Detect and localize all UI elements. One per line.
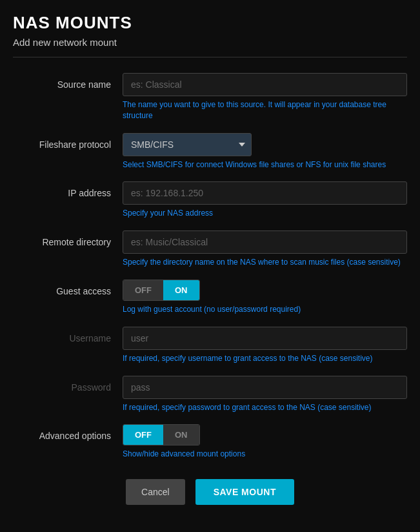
fileshare-protocol-wrapper: SMB/CIFS NFS [123, 133, 252, 156]
ip-address-content: Specify your NAS address [123, 181, 407, 219]
password-label: Password [13, 376, 123, 393]
remote-directory-content: Specify the directory name on the NAS wh… [123, 230, 407, 268]
remote-directory-input[interactable] [123, 230, 407, 254]
remote-directory-label: Remote directory [13, 230, 123, 247]
ip-address-row: IP address Specify your NAS address [13, 181, 407, 219]
advanced-options-hint: Show/hide advanced mount options [123, 449, 407, 460]
advanced-options-toggle: OFF ON [123, 424, 200, 445]
advanced-options-row: Advanced options OFF ON Show/hide advanc… [13, 424, 407, 460]
guest-access-on-button[interactable]: ON [163, 280, 199, 300]
password-hint: If required, specify password to grant a… [123, 402, 407, 413]
guest-access-hint: Log with guest account (no user/password… [123, 304, 407, 315]
username-content: If required, specify username to grant a… [123, 327, 407, 364]
advanced-options-on-button[interactable]: ON [163, 425, 199, 445]
source-name-label: Source name [13, 73, 123, 90]
cancel-button[interactable]: Cancel [126, 479, 185, 505]
guest-access-row: Guest access OFF ON Log with guest accou… [13, 280, 407, 315]
guest-access-content: OFF ON Log with guest account (no user/p… [123, 280, 407, 315]
source-name-content: The name you want to give to this source… [123, 73, 407, 121]
save-mount-button[interactable]: SAVE MOUNT [195, 479, 294, 505]
username-label: Username [13, 327, 123, 343]
guest-access-toggle: OFF ON [123, 280, 200, 301]
source-name-row: Source name The name you want to give to… [13, 73, 407, 121]
username-input[interactable] [123, 327, 407, 350]
ip-address-hint: Specify your NAS address [123, 208, 407, 219]
remote-directory-row: Remote directory Specify the directory n… [13, 230, 407, 268]
guest-access-label: Guest access [13, 280, 123, 296]
source-name-hint: The name you want to give to this source… [123, 99, 407, 121]
password-row: Password If required, specify password t… [13, 376, 407, 413]
username-hint: If required, specify username to grant a… [123, 353, 407, 364]
guest-access-off-button[interactable]: OFF [123, 280, 163, 300]
source-name-input[interactable] [123, 73, 407, 96]
password-input[interactable] [123, 376, 407, 399]
advanced-options-label: Advanced options [13, 424, 123, 441]
password-content: If required, specify password to grant a… [123, 376, 407, 413]
fileshare-protocol-content: SMB/CIFS NFS Select SMB/CIFS for connect… [123, 133, 407, 170]
button-row: Cancel SAVE MOUNT [13, 479, 407, 505]
ip-address-label: IP address [13, 181, 123, 198]
fileshare-protocol-hint: Select SMB/CIFS for connect Windows file… [123, 159, 407, 170]
remote-directory-hint: Specify the directory name on the NAS wh… [123, 257, 407, 268]
advanced-options-off-button[interactable]: OFF [123, 425, 163, 445]
fileshare-protocol-select[interactable]: SMB/CIFS NFS [123, 133, 252, 156]
page-subtitle: Add new network mount [13, 37, 407, 57]
page-container: NAS MOUNTS Add new network mount Source … [0, 0, 420, 524]
advanced-options-content: OFF ON Show/hide advanced mount options [123, 424, 407, 460]
fileshare-protocol-label: Fileshare protocol [13, 133, 123, 150]
page-title: NAS MOUNTS [13, 13, 407, 33]
username-row: Username If required, specify username t… [13, 327, 407, 364]
fileshare-protocol-row: Fileshare protocol SMB/CIFS NFS Select S… [13, 133, 407, 170]
ip-address-input[interactable] [123, 181, 407, 205]
